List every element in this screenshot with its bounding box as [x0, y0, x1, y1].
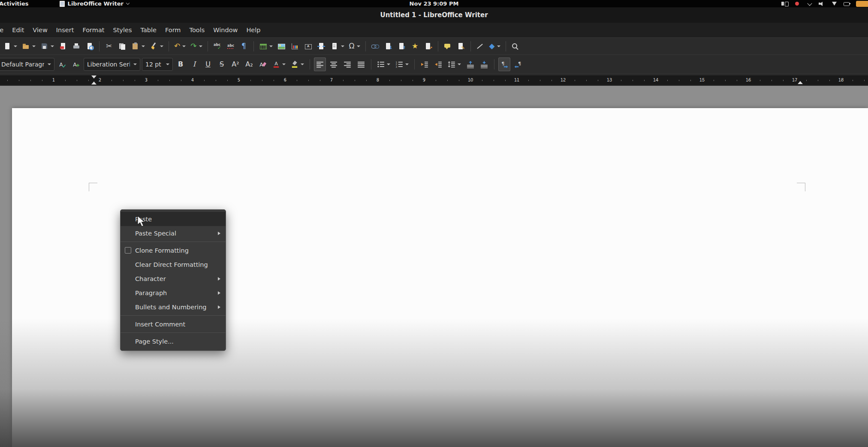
context-menu-item-clear-direct-formatting[interactable]: Clear Direct Formatting: [121, 257, 226, 272]
menu-format[interactable]: Format: [78, 27, 108, 33]
menu-styles[interactable]: Styles: [108, 27, 136, 33]
insert-line-button[interactable]: [474, 39, 486, 53]
insert-bookmark-button[interactable]: ★: [409, 39, 421, 53]
open-button[interactable]: [20, 39, 37, 53]
activities-button[interactable]: Activities: [0, 0, 32, 7]
insert-hyperlink-button[interactable]: [369, 39, 381, 53]
insert-cross-reference-button[interactable]: [422, 39, 434, 53]
left-to-right-button[interactable]: ¶: [498, 57, 510, 71]
menu-edit[interactable]: Edit: [8, 27, 28, 33]
insert-image-button[interactable]: [276, 39, 288, 53]
align-center-button[interactable]: [328, 57, 340, 71]
save-button[interactable]: [39, 39, 56, 53]
export-pdf-button[interactable]: [57, 39, 69, 53]
menu-window[interactable]: Window: [209, 27, 242, 33]
menu-table[interactable]: Table: [136, 27, 161, 33]
decrease-paragraph-spacing-button[interactable]: [478, 57, 490, 71]
context-menu-item-insert-comment[interactable]: Insert Comment: [121, 317, 226, 331]
chevron-down-icon[interactable]: [806, 0, 813, 7]
print-button[interactable]: [70, 39, 82, 53]
auto-spellcheck-button[interactable]: [225, 39, 237, 53]
menu-help[interactable]: Help: [242, 27, 265, 33]
context-menu-item-paste-special[interactable]: Paste Special: [121, 226, 226, 240]
highlight-color-button[interactable]: [289, 57, 306, 71]
right-to-left-button[interactable]: ¶: [512, 57, 524, 71]
app-menu-button[interactable]: LibreOffice Writer: [60, 0, 129, 7]
context-menu-item-paste[interactable]: Paste: [121, 212, 226, 226]
italic-icon: I: [193, 61, 196, 68]
strikethrough-button[interactable]: S: [216, 57, 228, 71]
comment-icon: [443, 42, 452, 50]
clock[interactable]: Nov 23 9:09 PM: [410, 0, 459, 7]
menu-insert[interactable]: Insert: [52, 27, 78, 33]
italic-button[interactable]: I: [188, 57, 200, 71]
unordered-list-button[interactable]: [375, 57, 392, 71]
superscript-button[interactable]: A²: [229, 57, 241, 71]
menu-view[interactable]: View: [28, 27, 51, 33]
insert-page-break-button[interactable]: [316, 39, 328, 53]
font-color-button[interactable]: A: [271, 57, 287, 71]
increase-paragraph-spacing-button[interactable]: [464, 57, 476, 71]
dropdown-caret-icon: [48, 63, 51, 65]
ruler-number: 6: [284, 78, 286, 82]
insert-endnote-button[interactable]: [396, 39, 408, 53]
increase-indent-button[interactable]: [419, 57, 431, 71]
image-icon: [277, 42, 286, 50]
tray-badge[interactable]: [856, 1, 868, 7]
align-left-button[interactable]: [314, 57, 326, 71]
insert-table-button[interactable]: [257, 39, 274, 53]
menu-file[interactable]: File: [0, 27, 8, 33]
insert-footnote-button[interactable]: [383, 39, 395, 53]
context-menu-item-clone-formatting[interactable]: Clone Formatting: [121, 243, 226, 257]
context-menu-item-bullets-and-numbering[interactable]: Bullets and Numbering: [121, 300, 226, 314]
paragraph-style-combo[interactable]: Default Paragra: [0, 58, 54, 71]
undo-button[interactable]: ↶: [172, 39, 187, 53]
redo-button[interactable]: ↷: [189, 39, 204, 53]
font-name-combo[interactable]: Liberation Serif: [84, 58, 140, 71]
clear-formatting-button[interactable]: A: [257, 57, 269, 71]
decrease-indent-button[interactable]: [432, 57, 444, 71]
context-menu-item-paragraph[interactable]: Paragraph: [121, 286, 226, 300]
indent-marker-right[interactable]: [798, 81, 803, 84]
tiles-icon[interactable]: [781, 0, 788, 7]
bold-button[interactable]: B: [175, 57, 187, 71]
track-changes-button[interactable]: [455, 39, 467, 53]
paste-button[interactable]: [130, 39, 147, 53]
volume-icon[interactable]: [819, 0, 826, 7]
insert-chart-button[interactable]: [289, 39, 301, 53]
horizontal-ruler[interactable]: 123456789101112131415161718: [0, 74, 868, 86]
find-replace-button[interactable]: [509, 39, 521, 53]
indent-marker-left[interactable]: [91, 76, 96, 85]
menu-form[interactable]: Form: [161, 27, 185, 33]
cut-button[interactable]: ✂: [103, 39, 115, 53]
basic-shapes-button[interactable]: ◆: [488, 39, 502, 53]
subscript-button[interactable]: A₂: [243, 57, 255, 71]
update-style-button[interactable]: A: [56, 57, 68, 71]
spelling-button[interactable]: [211, 39, 223, 53]
insert-field-button[interactable]: [329, 39, 346, 53]
network-icon[interactable]: [831, 0, 838, 7]
line-spacing-button[interactable]: [446, 57, 463, 71]
record-dot-icon[interactable]: [794, 0, 801, 7]
insert-special-character-button[interactable]: Ω: [347, 39, 362, 53]
menu-tools[interactable]: Tools: [185, 27, 209, 33]
new-document-button[interactable]: [2, 39, 19, 53]
formatting-marks-button[interactable]: ¶: [238, 39, 250, 53]
ruler-strip[interactable]: 123456789101112131415161718: [0, 76, 868, 85]
insert-textbox-button[interactable]: [302, 39, 314, 53]
ordered-list-button[interactable]: 123: [394, 57, 410, 71]
align-right-button[interactable]: [341, 57, 353, 71]
underline-button[interactable]: U: [202, 57, 214, 71]
clone-formatting-button[interactable]: [148, 39, 165, 53]
align-justify-button[interactable]: [355, 57, 367, 71]
insert-comment-button[interactable]: [442, 39, 454, 53]
window-titlebar[interactable]: Untitled 1 - LibreOffice Writer: [0, 7, 868, 23]
font-size-combo[interactable]: 12 pt: [142, 58, 173, 71]
battery-icon[interactable]: [844, 0, 850, 7]
new-style-button[interactable]: A: [70, 57, 82, 71]
copy-button[interactable]: [116, 39, 128, 53]
clipboard-icon: [131, 42, 139, 50]
context-menu-item-page-style[interactable]: Page Style...: [121, 334, 226, 348]
print-preview-button[interactable]: [84, 39, 96, 53]
context-menu-item-character[interactable]: Character: [121, 272, 226, 286]
